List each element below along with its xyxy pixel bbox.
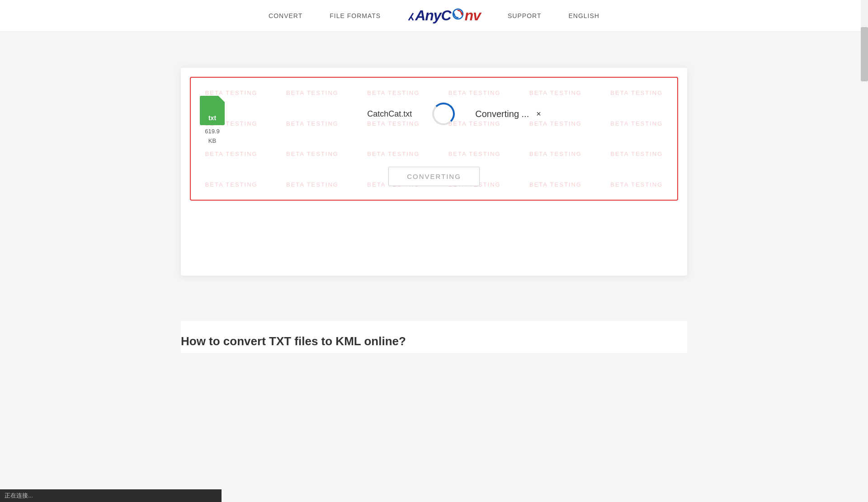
close-button[interactable]: × [533, 108, 544, 120]
file-type-label: txt [208, 114, 216, 122]
file-name: CatchCat.txt [367, 109, 412, 119]
beta-row-3: BETA TESTING BETA TESTING BETA TESTING B… [191, 150, 677, 157]
logo-any: Any [408, 7, 441, 24]
converting-status-text: Converting ... [475, 109, 529, 119]
converting-button-wrapper: CONVERTING [200, 167, 668, 186]
scrollbar-thumb[interactable] [861, 27, 868, 81]
file-icon: txt [200, 96, 225, 125]
nav-support[interactable]: SUPPORT [508, 12, 541, 19]
converting-button: CONVERTING [388, 167, 480, 186]
bottom-title: How to convert TXT files to KML online? [181, 334, 687, 348]
navigation: CONVERT FILE FORMATS Any C nv SUPPORT EN [269, 7, 599, 24]
nav-convert[interactable]: CONVERT [269, 12, 302, 19]
conversion-area: BETA TESTING BETA TESTING BETA TESTING B… [190, 77, 678, 201]
loading-spinner [432, 103, 455, 125]
logo-icon [451, 7, 465, 24]
file-size-unit: KB [208, 137, 216, 144]
scrollbar[interactable] [861, 0, 868, 31]
nav-file-formats[interactable]: FILE FORMATS [330, 12, 381, 19]
status-bar: 正在连接... [0, 489, 222, 502]
status-text-wrapper: Converting ... × [475, 108, 543, 120]
file-size-value: 619.9 [205, 128, 220, 135]
beta-text: BETA TESTING [367, 150, 420, 157]
beta-text: BETA TESTING [610, 150, 663, 157]
white-panel: BETA TESTING BETA TESTING BETA TESTING B… [181, 68, 687, 276]
bottom-content: How to convert TXT files to KML online? [0, 294, 868, 353]
bottom-title-text: ow to convert TXT files to KML online? [189, 334, 406, 348]
logo-conv: nv [465, 7, 481, 24]
main-content: BETA TESTING BETA TESTING BETA TESTING B… [0, 32, 868, 294]
file-icon-wrapper: txt 619.9 KB [200, 96, 225, 144]
nav-english[interactable]: ENGLISH [568, 12, 599, 19]
file-section: txt 619.9 KB CatchCat.txt Converting ... [200, 91, 668, 149]
conversion-info: CatchCat.txt Converting ... × [243, 100, 668, 127]
spinner-wrapper [430, 100, 457, 127]
beta-text: BETA TESTING [205, 150, 258, 157]
logo[interactable]: Any C nv [408, 7, 481, 24]
beta-text: BETA TESTING [529, 150, 582, 157]
beta-text: BETA TESTING [448, 150, 501, 157]
beta-text: BETA TESTING [286, 150, 339, 157]
header: CONVERT FILE FORMATS Any C nv SUPPORT EN [0, 0, 868, 32]
status-bar-text: 正在连接... [5, 492, 33, 500]
bottom-panel: How to convert TXT files to KML online? [181, 321, 687, 353]
bottom-title-h: H [181, 334, 189, 348]
file-size: 619.9 [205, 128, 220, 135]
svg-line-1 [411, 17, 413, 20]
